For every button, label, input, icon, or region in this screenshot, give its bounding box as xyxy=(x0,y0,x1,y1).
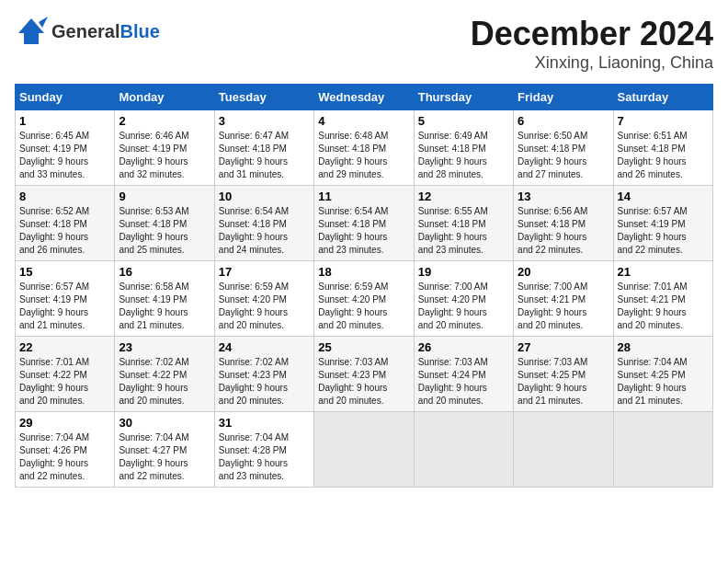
day-info: Sunrise: 6:56 AM Sunset: 4:18 PM Dayligh… xyxy=(518,205,609,257)
day-info: Sunrise: 6:47 AM Sunset: 4:18 PM Dayligh… xyxy=(219,130,310,181)
day-number: 9 xyxy=(119,190,210,203)
day-info: Sunrise: 6:49 AM Sunset: 4:18 PM Dayligh… xyxy=(418,130,509,181)
calendar-day-cell: 22Sunrise: 7:01 AM Sunset: 4:22 PM Dayli… xyxy=(16,337,115,412)
day-number: 24 xyxy=(219,340,310,354)
day-of-week-header: Monday xyxy=(115,85,214,110)
day-info: Sunrise: 6:59 AM Sunset: 4:20 PM Dayligh… xyxy=(219,281,310,332)
day-number: 7 xyxy=(618,114,709,128)
calendar-day-cell: 17Sunrise: 6:59 AM Sunset: 4:20 PM Dayli… xyxy=(214,261,313,337)
day-number: 29 xyxy=(19,416,110,430)
calendar-day-cell: 6Sunrise: 6:50 AM Sunset: 4:18 PM Daylig… xyxy=(514,110,613,186)
calendar-day-cell: 19Sunrise: 7:00 AM Sunset: 4:20 PM Dayli… xyxy=(414,261,513,337)
day-info: Sunrise: 7:00 AM Sunset: 4:21 PM Dayligh… xyxy=(518,281,609,332)
calendar-day-cell: 23Sunrise: 7:02 AM Sunset: 4:22 PM Dayli… xyxy=(115,337,214,412)
day-of-week-header: Saturday xyxy=(613,85,712,110)
day-number: 1 xyxy=(19,114,110,128)
calendar-day-cell: 3Sunrise: 6:47 AM Sunset: 4:18 PM Daylig… xyxy=(214,110,313,186)
calendar-day-cell: 5Sunrise: 6:49 AM Sunset: 4:18 PM Daylig… xyxy=(414,110,513,186)
day-of-week-header: Sunday xyxy=(16,85,115,110)
day-number: 22 xyxy=(19,340,110,354)
calendar-day-cell: 29Sunrise: 7:04 AM Sunset: 4:26 PM Dayli… xyxy=(16,412,115,488)
day-info: Sunrise: 6:55 AM Sunset: 4:18 PM Dayligh… xyxy=(418,205,509,257)
day-info: Sunrise: 6:46 AM Sunset: 4:19 PM Dayligh… xyxy=(119,130,210,181)
calendar-day-cell: 26Sunrise: 7:03 AM Sunset: 4:24 PM Dayli… xyxy=(414,337,513,412)
day-info: Sunrise: 7:02 AM Sunset: 4:22 PM Dayligh… xyxy=(119,356,210,408)
day-info: Sunrise: 7:03 AM Sunset: 4:24 PM Dayligh… xyxy=(418,356,509,408)
day-number: 25 xyxy=(318,340,409,354)
calendar-day-cell: 20Sunrise: 7:00 AM Sunset: 4:21 PM Dayli… xyxy=(514,261,613,337)
day-of-week-header: Friday xyxy=(514,85,613,110)
calendar-day-cell xyxy=(414,412,513,488)
calendar-day-cell: 15Sunrise: 6:57 AM Sunset: 4:19 PM Dayli… xyxy=(16,261,115,337)
day-info: Sunrise: 7:04 AM Sunset: 4:26 PM Dayligh… xyxy=(19,431,110,483)
day-info: Sunrise: 7:04 AM Sunset: 4:27 PM Dayligh… xyxy=(119,431,210,483)
calendar-day-cell xyxy=(314,412,414,488)
day-number: 30 xyxy=(119,416,210,430)
svg-marker-1 xyxy=(39,17,48,28)
day-number: 16 xyxy=(119,265,210,279)
day-info: Sunrise: 6:54 AM Sunset: 4:18 PM Dayligh… xyxy=(219,205,310,257)
calendar-week-row: 1Sunrise: 6:45 AM Sunset: 4:19 PM Daylig… xyxy=(16,110,713,186)
calendar-day-cell: 18Sunrise: 6:59 AM Sunset: 4:20 PM Dayli… xyxy=(314,261,414,337)
calendar-day-cell: 2Sunrise: 6:46 AM Sunset: 4:19 PM Daylig… xyxy=(115,110,214,186)
calendar-day-cell: 9Sunrise: 6:53 AM Sunset: 4:18 PM Daylig… xyxy=(115,186,214,261)
calendar-day-cell: 31Sunrise: 7:04 AM Sunset: 4:28 PM Dayli… xyxy=(214,412,313,488)
calendar-week-row: 22Sunrise: 7:01 AM Sunset: 4:22 PM Dayli… xyxy=(16,337,713,412)
day-info: Sunrise: 7:01 AM Sunset: 4:21 PM Dayligh… xyxy=(618,281,709,332)
day-info: Sunrise: 6:50 AM Sunset: 4:18 PM Dayligh… xyxy=(518,130,609,181)
calendar-day-cell: 4Sunrise: 6:48 AM Sunset: 4:18 PM Daylig… xyxy=(314,110,414,186)
calendar-day-cell: 1Sunrise: 6:45 AM Sunset: 4:19 PM Daylig… xyxy=(16,110,115,186)
day-number: 2 xyxy=(119,114,210,128)
day-number: 21 xyxy=(618,265,709,279)
calendar-day-cell xyxy=(514,412,613,488)
day-info: Sunrise: 7:03 AM Sunset: 4:25 PM Dayligh… xyxy=(518,356,609,408)
day-number: 12 xyxy=(418,190,509,203)
calendar-day-cell: 14Sunrise: 6:57 AM Sunset: 4:19 PM Dayli… xyxy=(613,186,712,261)
calendar-day-cell: 21Sunrise: 7:01 AM Sunset: 4:21 PM Dayli… xyxy=(613,261,712,337)
day-info: Sunrise: 6:51 AM Sunset: 4:18 PM Dayligh… xyxy=(618,130,709,181)
day-info: Sunrise: 6:54 AM Sunset: 4:18 PM Dayligh… xyxy=(318,205,409,257)
day-number: 27 xyxy=(518,340,609,354)
day-info: Sunrise: 6:48 AM Sunset: 4:18 PM Dayligh… xyxy=(318,130,409,181)
day-info: Sunrise: 7:02 AM Sunset: 4:23 PM Dayligh… xyxy=(219,356,310,408)
calendar-day-cell: 30Sunrise: 7:04 AM Sunset: 4:27 PM Dayli… xyxy=(115,412,214,488)
day-info: Sunrise: 6:45 AM Sunset: 4:19 PM Dayligh… xyxy=(19,130,110,181)
day-number: 8 xyxy=(19,190,110,203)
day-info: Sunrise: 7:00 AM Sunset: 4:20 PM Dayligh… xyxy=(418,281,509,332)
calendar-day-cell: 27Sunrise: 7:03 AM Sunset: 4:25 PM Dayli… xyxy=(514,337,613,412)
calendar-day-cell: 24Sunrise: 7:02 AM Sunset: 4:23 PM Dayli… xyxy=(214,337,313,412)
day-number: 31 xyxy=(219,416,310,430)
day-info: Sunrise: 6:57 AM Sunset: 4:19 PM Dayligh… xyxy=(19,281,110,332)
day-of-week-header: Tuesday xyxy=(214,85,313,110)
calendar-day-cell: 25Sunrise: 7:03 AM Sunset: 4:23 PM Dayli… xyxy=(314,337,414,412)
day-info: Sunrise: 7:01 AM Sunset: 4:22 PM Dayligh… xyxy=(19,356,110,408)
calendar-month-year: December 2024 xyxy=(471,15,713,53)
day-number: 17 xyxy=(219,265,310,279)
day-number: 28 xyxy=(618,340,709,354)
day-info: Sunrise: 6:52 AM Sunset: 4:18 PM Dayligh… xyxy=(19,205,110,257)
calendar-day-cell xyxy=(613,412,712,488)
calendar-day-cell: 12Sunrise: 6:55 AM Sunset: 4:18 PM Dayli… xyxy=(414,186,513,261)
day-number: 26 xyxy=(418,340,509,354)
day-of-week-header: Wednesday xyxy=(314,85,414,110)
day-number: 10 xyxy=(219,190,310,203)
calendar-day-cell: 28Sunrise: 7:04 AM Sunset: 4:25 PM Dayli… xyxy=(613,337,712,412)
day-number: 18 xyxy=(318,265,409,279)
day-number: 13 xyxy=(518,190,609,203)
calendar-header-row: SundayMondayTuesdayWednesdayThursdayFrid… xyxy=(16,85,713,110)
calendar-day-cell: 8Sunrise: 6:52 AM Sunset: 4:18 PM Daylig… xyxy=(16,186,115,261)
calendar-location: Xinxing, Liaoning, China xyxy=(471,53,713,73)
day-number: 23 xyxy=(119,340,210,354)
day-info: Sunrise: 7:04 AM Sunset: 4:28 PM Dayligh… xyxy=(219,431,310,483)
day-number: 11 xyxy=(318,190,409,203)
day-number: 19 xyxy=(418,265,509,279)
logo-text: GeneralBlue xyxy=(51,21,160,41)
calendar-day-cell: 10Sunrise: 6:54 AM Sunset: 4:18 PM Dayli… xyxy=(214,186,313,261)
page-header: GeneralBlue December 2024 Xinxing, Liaon… xyxy=(15,15,713,73)
day-info: Sunrise: 6:59 AM Sunset: 4:20 PM Dayligh… xyxy=(318,281,409,332)
calendar-title-block: December 2024 Xinxing, Liaoning, China xyxy=(471,15,713,73)
day-number: 3 xyxy=(219,114,310,128)
day-number: 5 xyxy=(418,114,509,128)
day-info: Sunrise: 6:53 AM Sunset: 4:18 PM Dayligh… xyxy=(119,205,210,257)
calendar-week-row: 29Sunrise: 7:04 AM Sunset: 4:26 PM Dayli… xyxy=(16,412,713,488)
